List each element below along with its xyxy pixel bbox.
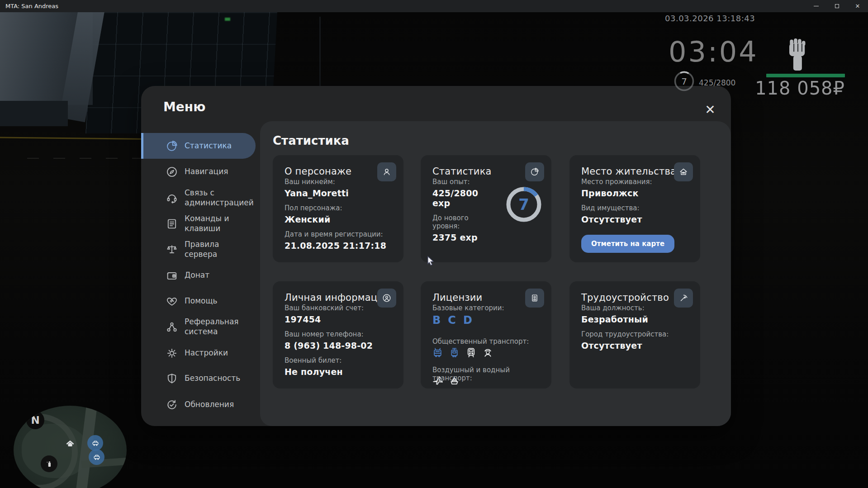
field-value: Yana_Moretti: [285, 188, 394, 198]
menu-close-button[interactable]: ✕: [701, 100, 719, 118]
building-base: [0, 101, 68, 126]
hud-level-number: 7: [674, 71, 695, 92]
maximize-button[interactable]: [826, 0, 847, 12]
sidebar-item-label: Реферальная система: [185, 317, 253, 336]
field-label: Место проживания:: [581, 178, 691, 186]
driver-icon: [482, 346, 494, 359]
card-licenses: Лицензии Базовые категории: B C D Общест…: [421, 281, 551, 389]
category-b: B: [432, 314, 441, 327]
card-title: Лицензии: [432, 292, 482, 303]
scales-icon: [166, 243, 178, 256]
menu-content: Статистика О персонаже Ваш никнейм:Yana_…: [260, 121, 731, 426]
sidebar-item-help[interactable]: Помощь: [141, 288, 256, 314]
field-value: 2375 exp: [432, 232, 497, 242]
hud-exp-bar: [766, 74, 845, 77]
sidebar-item-commands[interactable]: Команды и клавиши: [141, 211, 256, 237]
field-label: Ваш никнейм:: [285, 178, 394, 186]
sidebar-item-label: Безопасность: [185, 374, 253, 383]
field-label: Общественный транспорт:: [432, 337, 529, 346]
menu-panel: Меню ✕ Статистика Навигация Связь с адми…: [141, 86, 731, 426]
field-label: Вид имущества:: [581, 204, 691, 212]
license-categories: B C D: [432, 314, 472, 327]
card-statistics: Статистика Ваш опыт:425/2800 exp До ново…: [421, 155, 551, 262]
public-transport-icons: [432, 346, 494, 359]
field-label: Базовые категории:: [432, 304, 504, 312]
sidebar-item-label: Донат: [185, 270, 253, 280]
mouse-cursor: [426, 256, 436, 268]
green-roof-light: [225, 18, 230, 21]
sidebar-item-label: Помощь: [185, 296, 253, 306]
field-label: Ваш банковский счет:: [285, 304, 394, 312]
field-value: Безработный: [581, 314, 691, 324]
card-title: Трудоустройство: [581, 292, 669, 303]
pie-chart-icon: [166, 140, 178, 152]
card-title: Личная информация: [285, 292, 389, 303]
card-employment: Трудоустройство Ваша должность:Безработн…: [569, 281, 700, 389]
field-value: 21.08.2025 21:17:18: [285, 241, 394, 251]
shield-icon: [166, 372, 178, 385]
sidebar-item-label: Статистика: [185, 141, 253, 151]
hud-level-ring: 7: [674, 71, 695, 92]
card-title: Статистика: [432, 166, 492, 177]
sidebar-item-label: Навигация: [185, 167, 253, 176]
sidebar-item-label: Команды и клавиши: [185, 214, 253, 233]
window-title: MTA: San Andreas: [5, 3, 58, 9]
field-label: Дата и время регистрации:: [285, 230, 394, 238]
field-label: Ваш номер телефона:: [285, 330, 394, 338]
content-heading: Статистика: [273, 134, 349, 147]
field-value: Отсутствует: [581, 214, 691, 224]
sidebar-item-label: Обновления: [185, 400, 253, 409]
headset-icon: [166, 192, 178, 204]
minimize-icon: [814, 6, 819, 6]
list-icon: [166, 218, 178, 230]
field-value: Не получен: [285, 367, 394, 377]
level-number: 7: [502, 183, 545, 226]
sidebar-item-settings[interactable]: Настройки: [141, 340, 256, 366]
gear-icon: [166, 347, 178, 360]
field-label: Город трудоустройства:: [581, 330, 691, 338]
heart-handshake-icon: [166, 295, 178, 308]
license-icon: [525, 289, 544, 308]
player-home-marker: [64, 438, 76, 452]
wallet-icon: [166, 269, 178, 282]
hud-exp-text: 425/2800: [699, 78, 735, 87]
sidebar-item-server-rules[interactable]: Правила сервера: [141, 237, 256, 262]
car-marker: [87, 435, 103, 451]
field-label: Военный билет:: [285, 356, 394, 365]
sidebar-item-navigation[interactable]: Навигация: [141, 159, 256, 185]
sidebar-item-donate[interactable]: Донат: [141, 262, 256, 288]
mark-on-map-button[interactable]: Отметить на карте: [581, 235, 674, 253]
category-c: C: [448, 314, 456, 327]
fist-icon: [786, 36, 810, 72]
update-icon: [166, 398, 178, 411]
field-value: Приволжск: [581, 188, 691, 198]
car-marker: [89, 449, 104, 465]
plane-icon: [432, 374, 444, 387]
category-d: D: [463, 314, 472, 327]
window-close-button[interactable]: ✕: [847, 0, 868, 12]
network-icon: [166, 321, 178, 333]
field-value: 425/2800 exp: [432, 188, 497, 208]
field-value: 197454: [285, 314, 394, 324]
air-water-transport-icons: [432, 374, 460, 387]
trolleybus-icon: [432, 346, 444, 359]
field-label: Ваш опыт:: [432, 178, 497, 186]
sidebar-item-referral[interactable]: Реферальная система: [141, 314, 256, 340]
train-icon: [465, 346, 477, 359]
compass-icon: [166, 166, 178, 178]
card-title: О персонаже: [285, 166, 351, 177]
sidebar-item-admin-contact[interactable]: Связь с администрацией: [141, 185, 256, 211]
card-personal-info: Личная информация Ваш банковский счет:19…: [273, 281, 403, 389]
minimize-button[interactable]: [806, 0, 826, 12]
sidebar-item-security[interactable]: Безопасность: [141, 365, 256, 391]
sidebar-item-statistics[interactable]: Статистика: [141, 133, 256, 159]
sidebar-item-updates[interactable]: Обновления: [141, 392, 256, 417]
field-value: Отсутствует: [581, 341, 691, 351]
level-progress-ring: 7: [502, 183, 545, 226]
field-value: Женский: [285, 214, 394, 224]
sidebar-item-label: Правила сервера: [185, 240, 253, 259]
sidebar-item-label: Связь с администрацией: [185, 188, 253, 208]
pie-chart-icon: [525, 162, 544, 181]
field-label: Пол персонажа:: [285, 204, 394, 212]
hud-datetime: 03.03.2026 13:18:43: [665, 14, 755, 23]
